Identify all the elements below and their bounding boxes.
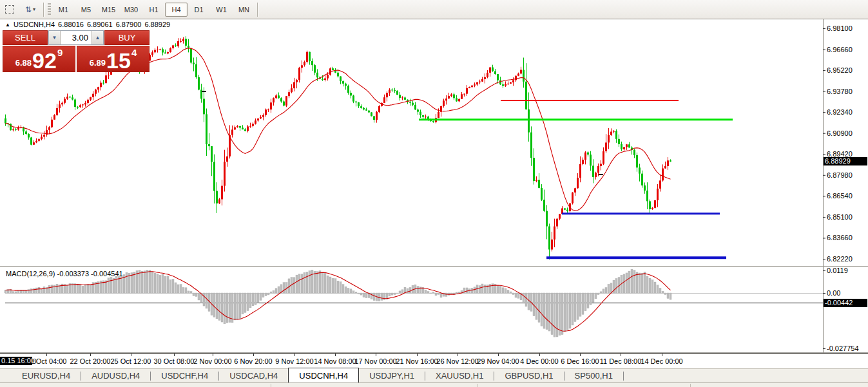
chart-tab-xauusd[interactable]: XAUUSD,H1 [425, 369, 494, 382]
trading-terminal-window: ⇅ ▾ M1M5M15M30H1H4D1W1MN ▲ USDCNH,H4 6.8… [0, 0, 868, 387]
timeframe-button-m1[interactable]: M1 [52, 3, 75, 17]
sell-button[interactable]: SELL [3, 30, 48, 45]
buy-price-small: 6.89 [90, 58, 106, 68]
arrange-windows-button[interactable]: ⇅ ▾ [19, 3, 41, 17]
chart-tab-sp500[interactable]: SP500,H1 [564, 369, 623, 382]
toolbar-separator-end [257, 3, 258, 17]
buy-price-sup: 4 [131, 47, 137, 58]
current-price-badge: 6.88929 [824, 157, 867, 165]
price-axis-tick: 6.82220 [827, 255, 853, 263]
high-value: 6.89061 [87, 21, 113, 28]
chart-tab-bar: EURUSD,H4AUDUSD,H4USDCHF,H4USDCAD,H4USDC… [0, 368, 868, 382]
time-axis-tick: 29 Nov 04:00 [477, 357, 519, 365]
chart-tab-usdcnh[interactable]: USDCNH,H4 [288, 368, 359, 382]
time-axis-tick: 4 Dec 00:00 [520, 357, 558, 365]
time-axis-tick: 17 Nov 00:00 [354, 357, 396, 365]
price-axis-tick: 6.90900 [827, 129, 853, 137]
sort-arrows-icon: ⇅ [25, 6, 32, 14]
statusbar-divider [690, 384, 691, 387]
chart-tab-audusd[interactable]: AUDUSD,H4 [81, 369, 150, 382]
toolbar-separator [43, 3, 44, 17]
sell-price-box[interactable]: 6.88 92 9 [3, 46, 75, 72]
one-click-trading-panel: SELL ▼ 3.00 ▲ BUY 6.88 92 9 6.89 15 4 [3, 30, 149, 72]
sell-price-small: 6.88 [15, 58, 32, 68]
time-axis-tick: 26 Nov 12:00 [436, 357, 478, 365]
timeframe-button-m15[interactable]: M15 [97, 3, 120, 17]
selection-box-icon[interactable] [2, 3, 17, 17]
volume-stepper: ▼ 3.00 ▲ [48, 30, 104, 45]
price-axis-tick: 6.86540 [827, 192, 853, 200]
price-axis-tick: 6.87980 [827, 171, 853, 179]
time-axis-tick: 25 Oct 12:00 [111, 357, 151, 365]
sell-price-big: 92 [32, 52, 57, 70]
price-axis-tick: 6.92340 [827, 108, 853, 116]
chart-tab-gbpusd[interactable]: GBPUSD,H1 [494, 369, 563, 382]
buy-price-box[interactable]: 6.89 15 4 [77, 46, 149, 72]
time-axis-tick: 2 Nov 00:00 [193, 357, 231, 365]
dropdown-caret-icon: ▾ [33, 6, 35, 12]
time-axis-tick: 14 Dec 00:00 [641, 357, 682, 365]
price-axis-tick: 6.85100 [827, 213, 853, 221]
buy-price-big: 15 [106, 52, 131, 70]
macd-axis-tick: 0.0119 [827, 267, 848, 274]
time-axis-tick: 22 Oct 20:00 [70, 357, 111, 365]
chart-tab-usdchf[interactable]: USDCHF,H4 [151, 369, 218, 382]
chart-tab-usdjpy[interactable]: USDJPY,H1 [359, 369, 425, 382]
time-axis-tick: 6 Nov 20:00 [234, 357, 272, 365]
low-value: 6.87900 [116, 21, 142, 28]
volume-decrease-button[interactable]: ▼ [49, 31, 61, 44]
selection-box-glyph [5, 5, 14, 14]
time-axis-tick: 9 Nov 12:00 [275, 357, 313, 365]
price-axis-tick: 6.98100 [827, 24, 853, 32]
time-axis-tick: 6 Dec 16:00 [561, 357, 599, 365]
chart-tab-eurusd[interactable]: EURUSD,H4 [12, 369, 81, 382]
chart-arrow-icon: ▲ [5, 22, 10, 28]
toolbar-grip[interactable] [48, 3, 51, 16]
status-bar [0, 382, 868, 387]
macd-axis-tick: 0.00 [827, 289, 840, 297]
statusbar-divider [477, 384, 478, 387]
open-value: 6.88016 [58, 21, 84, 28]
macd-indicator-label: MACD(12,26,9) -0.003373 -0.004541 [6, 270, 123, 278]
timeframe-button-h4[interactable]: H4 [165, 3, 188, 17]
time-axis-tick: 21 Nov 16:00 [396, 357, 438, 365]
timeframe-button-m5[interactable]: M5 [75, 3, 97, 17]
timeframe-button-m30[interactable]: M30 [120, 3, 142, 17]
chart-window: ▲ USDCNH,H4 6.88016 6.89061 6.87900 6.88… [0, 19, 868, 368]
buy-button[interactable]: BUY [104, 30, 149, 45]
timeframe-button-w1[interactable]: W1 [210, 3, 233, 17]
timeframe-button-mn[interactable]: MN [233, 3, 255, 17]
time-axis-tick: 14 Nov 08:00 [314, 357, 356, 365]
price-axis-tick: 6.96660 [827, 46, 853, 53]
ohlc-header: ▲ USDCNH,H4 6.88016 6.89061 6.87900 6.88… [5, 21, 170, 28]
macd-axis-tick: -0.027754 [827, 345, 859, 352]
sell-price-sup: 9 [57, 47, 63, 58]
timeframe-button-h1[interactable]: H1 [142, 3, 165, 17]
price-axis-tick: 6.83660 [827, 234, 853, 241]
statusbar-divider [271, 384, 271, 387]
timeframe-button-d1[interactable]: D1 [188, 3, 210, 17]
crosshair-time-badge: 0.15 16:00 [0, 357, 32, 365]
volume-field[interactable]: 3.00 [61, 31, 92, 44]
volume-increase-button[interactable]: ▲ [92, 31, 103, 44]
time-axis-tick: 30 Oct 08:00 [154, 357, 195, 365]
price-axis-tick: 6.95220 [827, 66, 853, 74]
macd-value-badge: -0.00442 [824, 299, 867, 307]
chart-tab-usdcad[interactable]: USDCAD,H4 [219, 369, 288, 382]
tab-divider [623, 372, 624, 381]
time-axis-tick: 11 Dec 08:00 [600, 357, 642, 365]
toolbar: ⇅ ▾ M1M5M15M30H1H4D1W1MN [0, 0, 868, 19]
close-value: 6.88929 [144, 21, 170, 28]
price-axis-tick: 6.93780 [827, 88, 853, 95]
symbol-period-label: USDCNH,H4 [14, 21, 55, 28]
